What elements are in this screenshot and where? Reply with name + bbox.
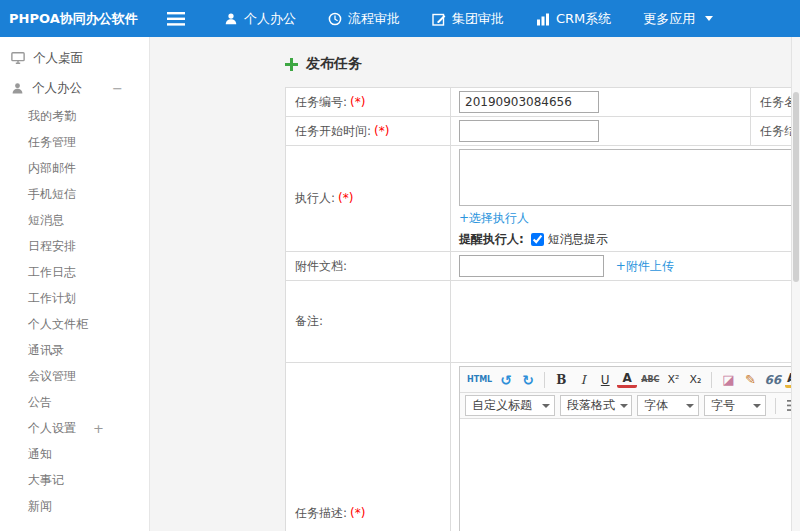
menu-toggle-button[interactable] [150, 0, 202, 37]
nav-process-approval[interactable]: 流程审批 [312, 0, 416, 37]
green-plus-icon [285, 58, 298, 71]
sidebar-item-meeting-management[interactable]: 会议管理 [0, 363, 149, 389]
paragraph-format-dropdown[interactable]: 段落格式 [560, 395, 632, 416]
sidebar-item-work-log[interactable]: 工作日志 [0, 259, 149, 285]
bold-button[interactable]: B [551, 370, 571, 390]
nav-crm-system[interactable]: CRM系统 [520, 0, 627, 37]
sidebar-item-notice[interactable]: 通知 [0, 441, 149, 467]
undo-button[interactable]: ↺ [496, 370, 516, 390]
remark-label: 备注: [286, 281, 451, 363]
sidebar: 个人桌面 个人办公 − 我的考勤 任务管理 内部邮件 手机短信 短消息 日程安排… [0, 37, 150, 531]
task-description-label: 任务描述:(*) [286, 363, 451, 531]
format-painter-button[interactable]: ✎ [740, 370, 760, 390]
sidebar-item-internal-mail[interactable]: 内部邮件 [0, 155, 149, 181]
remark-textarea[interactable] [459, 286, 800, 358]
attachment-label: 附件文档: [286, 252, 451, 281]
start-time-input[interactable] [459, 120, 599, 142]
sidebar-item-task-management[interactable]: 任务管理 [0, 129, 149, 155]
sidebar-item-short-message[interactable]: 短消息 [0, 207, 149, 233]
top-nav: 个人办公 流程审批 集团审批 CRM系统 更多应用 [208, 0, 729, 37]
custom-title-dropdown[interactable]: 自定义标题 [465, 395, 555, 416]
sidebar-item-file-cabinet[interactable]: 个人文件柜 [0, 311, 149, 337]
rich-text-editor: HTML ↺ ↻ B I U A ABC X² X₂ ◪ [459, 366, 800, 531]
collapse-icon[interactable]: − [112, 82, 123, 95]
sidebar-item-personal-office[interactable]: 个人办公 − [0, 73, 149, 103]
nav-group-approval[interactable]: 集团审批 [416, 0, 520, 37]
blockquote-button[interactable]: 66 [762, 370, 783, 390]
sms-remind-checkbox[interactable] [531, 233, 544, 246]
subscript-button[interactable]: X₂ [685, 370, 705, 390]
sidebar-item-contacts[interactable]: 通讯录 [0, 337, 149, 363]
chevron-down-icon [542, 404, 550, 408]
edit-icon [432, 12, 446, 26]
toolbar-separator [775, 398, 776, 414]
html-source-button[interactable]: HTML [465, 370, 494, 390]
sidebar-item-work-plan[interactable]: 工作计划 [0, 285, 149, 311]
chevron-down-icon [686, 404, 694, 408]
font-size-dropdown[interactable]: 字号 [704, 395, 766, 416]
task-number-input[interactable] [459, 91, 599, 113]
page-title: 发布任务 [285, 55, 800, 73]
task-description-editor-body[interactable] [460, 419, 800, 531]
hamburger-icon [167, 12, 185, 26]
sidebar-item-personal-settings[interactable]: 个人设置 + [0, 415, 149, 441]
nav-more-apps[interactable]: 更多应用 [627, 0, 729, 37]
clock-icon [328, 12, 342, 26]
nav-label: 个人办公 [244, 10, 296, 28]
remind-executor-label: 提醒执行人: [459, 231, 524, 248]
publish-task-form: 任务编号:(*) 任务名称:(*) 任务开始时间:(*) 任务结束时间:(*) … [285, 87, 800, 531]
nav-label: 流程审批 [348, 10, 400, 28]
chevron-down-icon [620, 404, 628, 408]
sidebar-item-mobile-sms[interactable]: 手机短信 [0, 181, 149, 207]
sidebar-item-my-attendance[interactable]: 我的考勤 [0, 103, 149, 129]
sidebar-item-label: 个人桌面 [33, 50, 83, 67]
strikethrough-button[interactable]: ABC [639, 370, 661, 390]
sidebar-item-memorabilia[interactable]: 大事记 [0, 467, 149, 493]
executor-label: 执行人:(*) [286, 146, 451, 252]
app-logo[interactable]: PHPOA协同办公软件 [0, 0, 150, 37]
user-icon [11, 82, 24, 95]
sidebar-item-news[interactable]: 新闻 [0, 493, 149, 519]
toolbar-separator [711, 372, 712, 388]
chevron-down-icon [705, 16, 713, 21]
bar-chart-icon [536, 12, 550, 26]
nav-label: 更多应用 [643, 10, 695, 28]
attachment-input[interactable] [459, 255, 604, 277]
select-executor-link[interactable]: +选择执行人 [459, 211, 529, 225]
executor-textarea[interactable] [459, 149, 796, 206]
nav-label: 集团审批 [452, 10, 504, 28]
chevron-down-icon [753, 404, 761, 408]
superscript-button[interactable]: X² [663, 370, 683, 390]
redo-button[interactable]: ↻ [518, 370, 538, 390]
main-content: 发布任务 任务编号:(*) 任务名称:(*) 任务开始时间:(*) 任务结束时间… [150, 37, 800, 531]
attachment-upload-link[interactable]: +附件上传 [616, 259, 674, 273]
sidebar-item-label: 个人办公 [32, 80, 82, 97]
editor-toolbar-row1: HTML ↺ ↻ B I U A ABC X² X₂ ◪ [460, 367, 800, 393]
underline-button[interactable]: U [595, 370, 615, 390]
sidebar-item-announcement[interactable]: 公告 [0, 389, 149, 415]
sidebar-item-schedule[interactable]: 日程安排 [0, 233, 149, 259]
sidebar-item-desktop[interactable]: 个人桌面 [0, 43, 149, 73]
start-time-label: 任务开始时间:(*) [286, 117, 451, 146]
remove-format-button[interactable]: ◪ [718, 370, 738, 390]
user-icon [224, 12, 238, 26]
italic-button[interactable]: I [573, 370, 593, 390]
nav-label: CRM系统 [556, 10, 611, 28]
desktop-icon [11, 51, 25, 65]
expand-icon[interactable]: + [93, 422, 104, 435]
nav-personal-office[interactable]: 个人办公 [208, 0, 312, 37]
editor-toolbar-row2: 自定义标题 段落格式 字体 字号 [460, 393, 800, 419]
vertical-scrollbar[interactable] [791, 37, 800, 531]
sms-remind-label: 短消息提示 [548, 231, 608, 248]
font-color-button[interactable]: A [617, 371, 637, 388]
topbar: PHPOA协同办公软件 个人办公 流程审批 集团审批 CRM系统 更多应用 [0, 0, 800, 37]
font-family-dropdown[interactable]: 字体 [637, 395, 699, 416]
task-number-label: 任务编号:(*) [286, 88, 451, 117]
toolbar-separator [544, 372, 545, 388]
scrollbar-thumb[interactable] [793, 92, 799, 282]
